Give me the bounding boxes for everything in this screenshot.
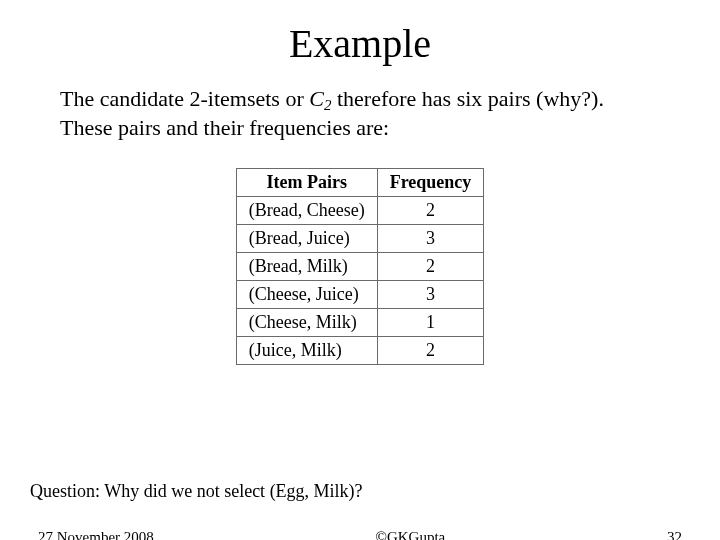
cell-pair: (Bread, Milk) [236,252,377,280]
footer: 27 November 2008 ©GKGupta 32 [0,529,720,540]
cell-pair: (Bread, Juice) [236,224,377,252]
cell-freq: 1 [377,308,484,336]
cell-freq: 2 [377,336,484,364]
cell-pair: (Juice, Milk) [236,336,377,364]
col-frequency: Frequency [377,168,484,196]
footer-copyright: ©GKGupta [154,529,667,540]
table-header-row: Item Pairs Frequency [236,168,484,196]
cell-freq: 3 [377,280,484,308]
cell-pair: (Cheese, Milk) [236,308,377,336]
cell-freq: 2 [377,196,484,224]
cell-pair: (Bread, Cheese) [236,196,377,224]
cell-freq: 2 [377,252,484,280]
c-symbol: C [309,86,324,111]
table-row: (Bread, Juice) 3 [236,224,484,252]
cell-pair: (Cheese, Juice) [236,280,377,308]
slide: Example The candidate 2-itemsets or C2 t… [0,20,720,540]
table-row: (Cheese, Juice) 3 [236,280,484,308]
footer-date: 27 November 2008 [38,529,154,540]
table-row: (Bread, Cheese) 2 [236,196,484,224]
table-row: (Bread, Milk) 2 [236,252,484,280]
itemset-table: Item Pairs Frequency (Bread, Cheese) 2 (… [236,168,485,365]
table-row: (Juice, Milk) 2 [236,336,484,364]
paragraph-pre: The candidate 2-itemsets or [60,86,309,111]
slide-title: Example [0,20,720,67]
table-container: Item Pairs Frequency (Bread, Cheese) 2 (… [0,168,720,365]
body-paragraph: The candidate 2-itemsets or C2 therefore… [60,85,660,142]
question-text: Question: Why did we not select (Egg, Mi… [30,481,363,502]
cell-freq: 3 [377,224,484,252]
table-row: (Cheese, Milk) 1 [236,308,484,336]
col-item-pairs: Item Pairs [236,168,377,196]
footer-page-number: 32 [667,529,682,540]
